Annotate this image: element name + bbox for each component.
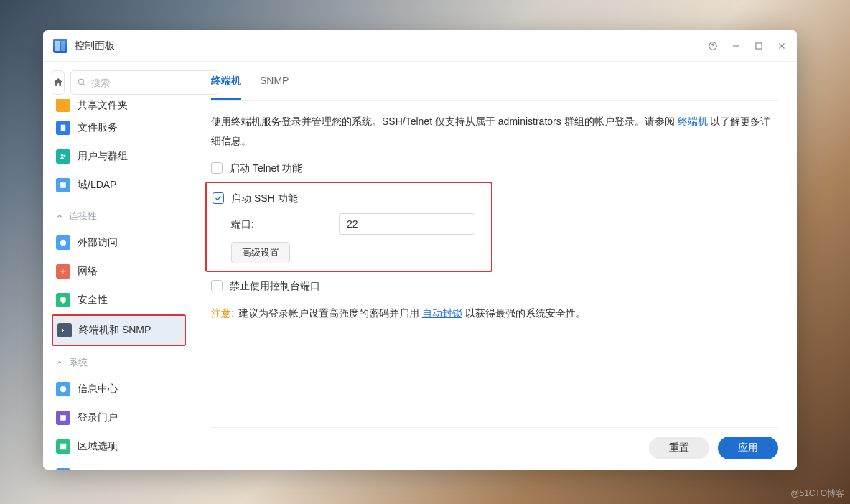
link-auto-block[interactable]: 自动封锁: [422, 307, 462, 319]
users-icon: [56, 149, 70, 164]
network-icon: [56, 264, 70, 279]
shield-icon: [56, 293, 70, 307]
window-title: 控制面板: [75, 39, 115, 52]
svg-point-8: [61, 154, 63, 157]
sidebar-item-domain-ldap[interactable]: 域/LDAP: [52, 171, 186, 200]
sidebar-item-label: 登录门户: [78, 411, 118, 424]
folder-icon: [56, 99, 70, 112]
sidebar-item-notification[interactable]: 通知设置: [52, 461, 186, 470]
checkbox-telnet[interactable]: [211, 162, 223, 174]
apply-button[interactable]: 应用: [718, 437, 778, 459]
sidebar-item-users-groups[interactable]: 用户与群组: [52, 142, 186, 171]
ssh-highlight-box: 启动 SSH 功能 端口: 高级设置: [205, 182, 492, 272]
close-button[interactable]: [777, 41, 787, 51]
sidebar-item-security[interactable]: 安全性: [52, 286, 186, 314]
portal-icon: [56, 411, 70, 425]
link-terminal-help[interactable]: 终端机: [678, 116, 708, 127]
sidebar-item-label: 网络: [78, 265, 98, 278]
sidebar-item-regional-options[interactable]: 区域选项: [52, 432, 186, 461]
svg-rect-15: [60, 444, 66, 449]
note-tag: 注意:: [211, 307, 234, 319]
watermark: @51CTO博客: [790, 487, 844, 500]
note: 注意:建议为登录帐户设置高强度的密码并启用 自动封锁 以获得最强的系统安全性。: [211, 304, 778, 323]
svg-point-9: [64, 155, 66, 157]
tab-content: 使用终端机服务登录并管理您的系统。SSH/Telnet 仅支持从属于 admin…: [211, 101, 778, 323]
row-disable-console: 禁止使用控制台端口: [211, 275, 778, 297]
sidebar-group-connectivity[interactable]: 连接性: [52, 204, 186, 228]
svg-line-6: [83, 84, 85, 86]
globe-icon: [56, 235, 70, 250]
input-port[interactable]: [339, 213, 475, 235]
info-icon: [56, 382, 70, 396]
home-button[interactable]: [52, 70, 65, 95]
sidebar-item-label: 共享文件夹: [78, 99, 128, 112]
checkbox-ssh[interactable]: [212, 192, 224, 204]
help-button[interactable]: [708, 41, 718, 51]
titlebar: 控制面板: [43, 30, 797, 62]
control-panel-window: 控制面板 共享文件夹: [43, 30, 797, 470]
sidebar: 共享文件夹 文件服务 用户与群组 域/LDAP 连接性: [43, 62, 192, 470]
chevron-up-icon: [56, 213, 63, 220]
row-telnet: 启动 Telnet 功能: [211, 157, 778, 179]
tab-terminal[interactable]: 终端机: [211, 75, 241, 100]
sidebar-item-label: 安全性: [78, 294, 108, 307]
tab-snmp[interactable]: SNMP: [260, 75, 289, 100]
svg-rect-14: [61, 416, 66, 421]
sidebar-item-external-access[interactable]: 外部访问: [52, 228, 186, 257]
label-telnet: 启动 Telnet 功能: [230, 159, 302, 178]
label-ssh: 启动 SSH 功能: [231, 189, 298, 208]
chevron-up-icon: [56, 359, 63, 366]
sidebar-item-label: 终端机和 SNMP: [79, 324, 151, 337]
region-icon: [56, 439, 70, 454]
sidebar-item-label: 外部访问: [78, 236, 118, 249]
main-panel: 终端机 SNMP 使用终端机服务登录并管理您的系统。SSH/Telnet 仅支持…: [192, 62, 797, 470]
sidebar-item-info-center[interactable]: 信息中心: [52, 375, 186, 403]
sidebar-item-label: 信息中心: [78, 383, 118, 396]
sidebar-item-label: 区域选项: [78, 440, 118, 453]
svg-rect-2: [756, 42, 762, 48]
minimize-button[interactable]: [731, 41, 741, 51]
description: 使用终端机服务登录并管理您的系统。SSH/Telnet 仅支持从属于 admin…: [211, 112, 778, 150]
sidebar-item-label: 通知设置: [78, 469, 118, 470]
sidebar-item-label: 用户与群组: [78, 150, 128, 163]
label-port: 端口:: [231, 215, 339, 234]
sidebar-item-login-portal[interactable]: 登录门户: [52, 403, 186, 432]
bell-icon: [56, 468, 70, 470]
domain-icon: [56, 178, 70, 192]
sidebar-selected-highlight: 终端机和 SNMP: [52, 314, 186, 346]
terminal-icon: [57, 323, 72, 337]
advanced-settings-button[interactable]: 高级设置: [231, 242, 290, 263]
reset-button[interactable]: 重置: [649, 437, 709, 459]
sidebar-item-shared-folder[interactable]: 共享文件夹: [52, 99, 186, 113]
maximize-button[interactable]: [754, 41, 764, 51]
tabs: 终端机 SNMP: [211, 75, 778, 101]
sidebar-item-network[interactable]: 网络: [52, 257, 186, 286]
sidebar-item-label: 文件服务: [78, 121, 118, 134]
file-icon: [56, 121, 70, 135]
svg-point-5: [78, 79, 83, 84]
footer: 重置 应用: [211, 427, 778, 459]
sidebar-item-file-services[interactable]: 文件服务: [52, 113, 186, 142]
checkbox-disable-console[interactable]: [211, 280, 223, 291]
sidebar-item-label: 域/LDAP: [78, 179, 116, 192]
search-icon: [77, 78, 87, 88]
app-icon: [53, 39, 67, 53]
svg-point-11: [60, 240, 66, 246]
sidebar-group-system[interactable]: 系统: [52, 350, 186, 375]
svg-rect-10: [61, 183, 66, 188]
row-ssh: 启动 SSH 功能: [212, 187, 485, 209]
svg-rect-7: [61, 125, 65, 131]
label-disable-console: 禁止使用控制台端口: [230, 276, 320, 296]
svg-point-13: [60, 386, 66, 392]
sidebar-item-terminal-snmp[interactable]: 终端机和 SNMP: [53, 316, 185, 345]
